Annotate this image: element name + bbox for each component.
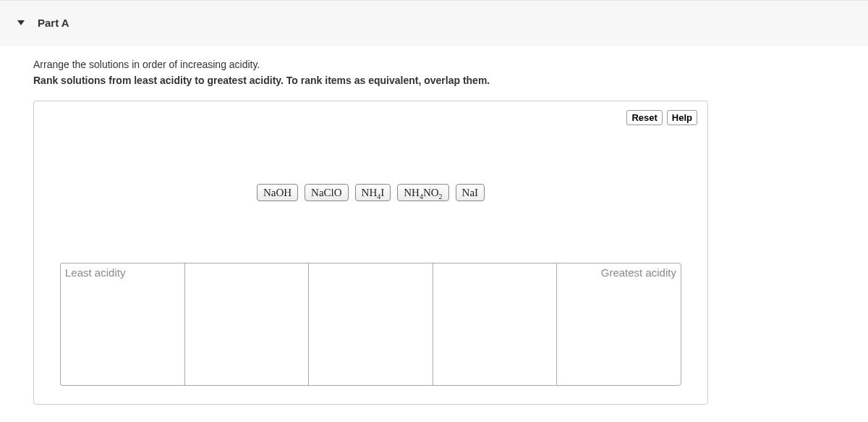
workspace-buttons: Reset Help [626, 110, 697, 125]
bin-2[interactable] [184, 263, 309, 386]
instructions-text: Rank solutions from least acidity to gre… [33, 75, 835, 86]
bin-5[interactable]: Greatest acidity [556, 263, 681, 386]
chip-naclo[interactable]: NaClO [305, 184, 349, 201]
chip-nh4i[interactable]: NH4I [355, 184, 391, 201]
part-header[interactable]: Part A [0, 1, 868, 46]
bins-row: Least acidity Greatest acidity [60, 263, 681, 386]
bin-4[interactable] [433, 263, 557, 386]
greatest-label: Greatest acidity [601, 266, 676, 279]
prompt-text: Arrange the solutions in order of increa… [33, 59, 835, 70]
part-title: Part A [38, 17, 69, 29]
chip-nh4no2[interactable]: NH4NO2 [397, 184, 448, 201]
bin-1[interactable]: Least acidity [60, 263, 184, 386]
ranking-workspace: Reset Help NaOH NaClO NH4I NH4NO2 NaI Le… [33, 101, 708, 405]
chip-naoh[interactable]: NaOH [257, 184, 298, 201]
reset-button[interactable]: Reset [626, 110, 662, 125]
least-label: Least acidity [65, 266, 125, 279]
chevron-down-icon [17, 20, 25, 25]
question-container: Part A Arrange the solutions in order of… [0, 0, 868, 422]
content-area: Arrange the solutions in order of increa… [0, 46, 868, 405]
bin-3[interactable] [308, 263, 433, 386]
chip-nai[interactable]: NaI [456, 184, 485, 201]
help-button[interactable]: Help [667, 110, 697, 125]
chips-row: NaOH NaClO NH4I NH4NO2 NaI [34, 184, 707, 201]
